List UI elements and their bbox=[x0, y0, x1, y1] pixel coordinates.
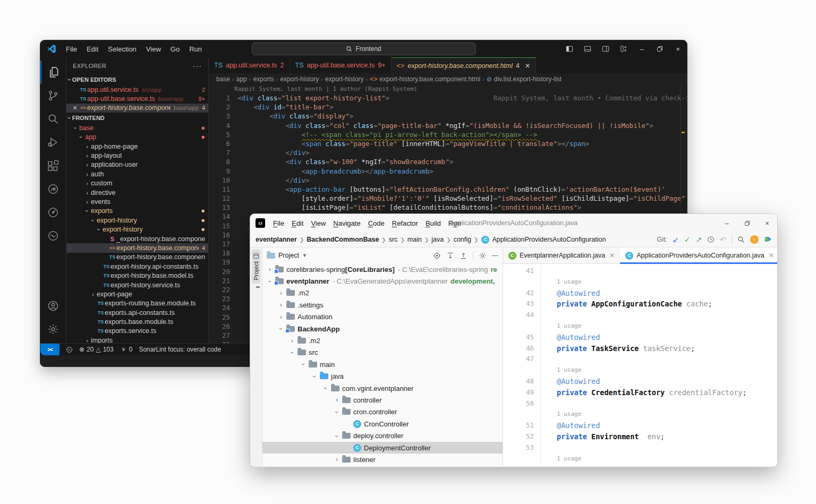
tree-item[interactable]: ›events bbox=[66, 197, 208, 206]
search-everywhere-icon[interactable] bbox=[737, 236, 745, 243]
close-icon[interactable]: ✕ bbox=[769, 252, 774, 259]
open-editor-item[interactable]: TSapp.util.service.tssrc\app2 bbox=[66, 85, 208, 94]
menu-refactor[interactable]: Refactor bbox=[388, 218, 422, 229]
project-tree-item[interactable]: ›.m2 bbox=[262, 287, 503, 299]
explorer-more-actions[interactable]: ··· bbox=[193, 62, 202, 70]
menu-file[interactable]: File bbox=[269, 218, 288, 229]
breadcrumb-item[interactable]: exports bbox=[253, 75, 274, 83]
git-commit-icon[interactable]: ✓ bbox=[684, 236, 691, 243]
sonarlint-icon[interactable] bbox=[41, 224, 65, 247]
menu-view[interactable]: View bbox=[142, 44, 165, 55]
layout-customize-icon[interactable] bbox=[615, 40, 633, 57]
editor-tab[interactable]: CEventplannerApplication.java✕ bbox=[503, 247, 620, 263]
project-tree-item[interactable]: ›com.vgint.eventplanner bbox=[262, 382, 503, 394]
git-push-icon[interactable]: ↗ bbox=[696, 236, 702, 243]
tree-item[interactable]: ›app● bbox=[66, 133, 208, 142]
project-tree-item[interactable]: ›main bbox=[262, 358, 503, 370]
tree-item[interactable]: TSexports.base.module.ts bbox=[66, 317, 208, 326]
tree-item[interactable]: ›base● bbox=[66, 123, 208, 132]
problems-indicator[interactable]: ⊗20 △103 bbox=[79, 346, 114, 353]
menu-edit[interactable]: Edit bbox=[288, 218, 307, 229]
tree-item[interactable]: TSexport-history.base.model.ts bbox=[66, 271, 208, 280]
breadcrumb-item[interactable]: export-history bbox=[280, 75, 319, 83]
test-explorer-icon[interactable] bbox=[41, 201, 65, 224]
close-icon[interactable]: ✕ bbox=[609, 252, 615, 259]
project-tree-item[interactable]: ›corelibraries-spring [CoreLibraries] - … bbox=[262, 263, 503, 275]
project-tree-item[interactable]: ›controller bbox=[262, 394, 503, 406]
remote-indicator[interactable]: >< bbox=[40, 344, 60, 355]
project-tree-item[interactable]: ›src bbox=[262, 347, 503, 358]
vscode-search-box[interactable]: Frontend bbox=[252, 42, 476, 55]
tree-item[interactable]: TSexport-history.service.ts bbox=[66, 280, 208, 289]
locate-file-icon[interactable] bbox=[433, 252, 441, 260]
settings-gear-icon[interactable] bbox=[41, 318, 65, 341]
open-editors-section[interactable]: › OPEN EDITORS bbox=[66, 74, 208, 85]
tree-item[interactable]: S_export-history.base.componen bbox=[66, 234, 208, 243]
tree-item[interactable]: TSexports.service.ts bbox=[66, 327, 208, 336]
expand-all-icon[interactable] bbox=[446, 252, 454, 260]
account-icon[interactable] bbox=[41, 294, 65, 318]
open-editor-item[interactable]: ✕<>export-history.base.component.htmlbas… bbox=[66, 104, 208, 113]
tree-item[interactable]: ›export-history● bbox=[66, 225, 208, 234]
editor-tab[interactable]: TSapp-util.base.service.ts9+ bbox=[290, 57, 392, 73]
menu-code[interactable]: Code bbox=[364, 218, 388, 229]
close-button[interactable]: × bbox=[669, 40, 687, 57]
menu-navigate[interactable]: Navigate bbox=[329, 218, 364, 229]
project-tree-item[interactable]: ›cron.controller bbox=[262, 406, 503, 418]
tree-item[interactable]: <>export-history.base.component4 bbox=[66, 243, 208, 252]
project-tree-item[interactable]: ›eventplanner - C:\EvaGeneratedApps\even… bbox=[262, 275, 503, 287]
tree-item[interactable]: TSexports.api-constants.ts bbox=[66, 308, 208, 317]
hide-tool-window-icon[interactable]: — bbox=[492, 252, 499, 259]
menu-build[interactable]: Build bbox=[422, 218, 445, 229]
restore-button[interactable] bbox=[651, 40, 669, 57]
project-view-selector[interactable]: Project bbox=[278, 252, 299, 259]
update-notification-icon[interactable]: ↑ bbox=[750, 235, 759, 244]
menu-view[interactable]: View bbox=[307, 218, 329, 229]
tree-item[interactable]: ›imports bbox=[66, 336, 208, 343]
menu-file[interactable]: File bbox=[62, 44, 81, 55]
git-update-icon[interactable]: ↙ bbox=[673, 236, 679, 243]
project-tree-item[interactable]: CCronController bbox=[262, 418, 503, 430]
tree-item[interactable]: ›application-user bbox=[66, 160, 208, 169]
settings-gear-icon[interactable] bbox=[479, 252, 487, 260]
tree-item[interactable]: TSexport-history.api-constants.ts bbox=[66, 262, 208, 271]
breadcrumb-item[interactable]: config bbox=[454, 236, 471, 243]
project-tree-item[interactable]: ›listener bbox=[262, 454, 503, 465]
tree-item[interactable]: TSexport-history.base.component bbox=[66, 253, 208, 262]
plugin-icon[interactable] bbox=[764, 236, 772, 244]
breadcrumb-item[interactable]: base bbox=[216, 75, 230, 83]
open-editor-item[interactable]: TSapp-util.base.service.tsbase\app9+ bbox=[66, 94, 208, 103]
close-icon[interactable]: ✕ bbox=[525, 62, 530, 70]
breadcrumb-item[interactable]: main bbox=[407, 236, 422, 243]
breadcrumb-item[interactable]: export-history bbox=[325, 75, 364, 83]
project-tool-window-tab[interactable]: Project bbox=[252, 250, 260, 284]
tree-item[interactable]: ›export-history● bbox=[66, 216, 208, 225]
tree-item[interactable]: ›app-layout bbox=[66, 151, 208, 160]
ports-indicator[interactable]: 0 bbox=[120, 346, 133, 353]
layout-panel-icon[interactable] bbox=[579, 40, 597, 57]
sonarlint-status-icon[interactable] bbox=[66, 346, 73, 353]
collapse-all-icon[interactable] bbox=[460, 252, 468, 260]
tree-item[interactable]: ›auth bbox=[66, 169, 208, 178]
close-icon[interactable]: ✕ bbox=[71, 105, 79, 112]
breadcrumb-item[interactable]: src bbox=[389, 236, 398, 243]
rollback-icon[interactable]: ↶ bbox=[720, 236, 726, 243]
close-button[interactable]: × bbox=[757, 214, 777, 232]
history-clock-icon[interactable] bbox=[707, 236, 715, 243]
tree-item[interactable]: ›custom bbox=[66, 179, 208, 188]
project-tree-item[interactable]: ›java bbox=[262, 371, 503, 382]
project-tree-item[interactable]: ›Automation bbox=[262, 311, 503, 323]
live-share-icon[interactable] bbox=[41, 177, 65, 201]
project-tree-item[interactable]: ›deploy.controller bbox=[262, 430, 503, 441]
menu-selection[interactable]: Selection bbox=[104, 44, 140, 55]
breadcrumb-item[interactable]: eventplanner bbox=[256, 236, 297, 243]
editor-tab[interactable]: CApplicationProvidersAutoConfiguration.j… bbox=[620, 247, 777, 263]
editor-tab[interactable]: TSapp.util.service.ts2 bbox=[209, 57, 290, 73]
tree-item[interactable]: ›export-page bbox=[66, 289, 208, 298]
sonarlint-focus-status[interactable]: SonarLint focus: overall code bbox=[139, 346, 221, 353]
run-debug-icon[interactable] bbox=[41, 131, 65, 154]
breadcrumb-file[interactable]: export-history.base.component.html bbox=[379, 75, 480, 83]
tree-item[interactable]: ›exports● bbox=[66, 207, 208, 216]
source-control-icon[interactable] bbox=[41, 84, 65, 107]
minimize-button[interactable]: – bbox=[717, 214, 737, 232]
